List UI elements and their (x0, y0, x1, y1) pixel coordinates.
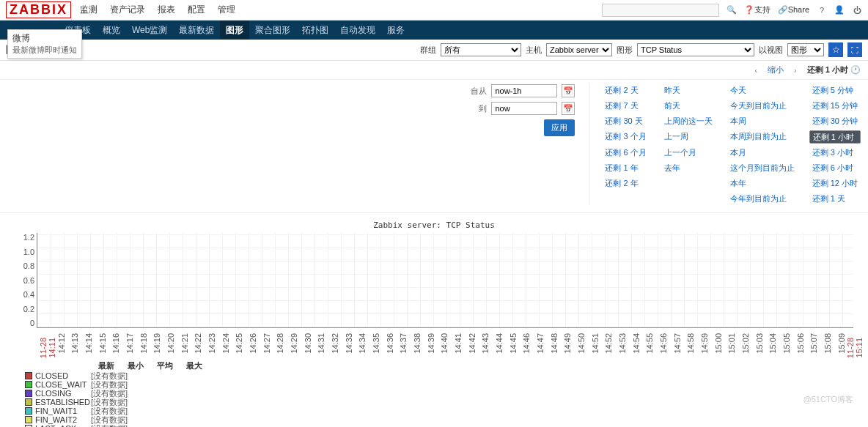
quick-range[interactable]: 上一个月 (661, 146, 716, 159)
fullscreen-button[interactable]: ⛶ (847, 42, 862, 57)
nav-config[interactable]: 配置 (188, 4, 205, 15)
subnav-discovery[interactable]: 自动发现 (334, 21, 381, 40)
watermark: @51CTO博客 (803, 394, 853, 405)
from-input[interactable] (491, 84, 557, 97)
time-nav-bar: ‹ 缩小 › 还剩 1 小时 🕐 (0, 61, 868, 80)
x-axis: 11-28 14:1114:1214:1314:1414:1514:1614:1… (37, 328, 853, 357)
view-select[interactable]: 图形 (787, 43, 824, 56)
quick-range[interactable]: 还剩 3 个月 (602, 130, 649, 144)
chart-area: Zabbix server: TCP Status 1.21.00.80.60.… (0, 213, 868, 427)
apply-button[interactable]: 应用 (544, 119, 575, 136)
quick-range[interactable]: 前天 (661, 100, 716, 112)
top-nav: 监测 资产记录 报表 配置 管理 (80, 4, 246, 16)
support-link[interactable]: ❓支持 (744, 4, 770, 15)
subnav-latest[interactable]: 最新数据 (173, 21, 220, 40)
quick-range[interactable]: 还剩 6 个月 (602, 146, 649, 159)
calendar-icon[interactable]: 📅 (562, 102, 575, 115)
quick-range[interactable]: 还剩 30 天 (602, 115, 649, 127)
quick-range[interactable]: 还剩 6 小时 (809, 162, 861, 174)
subnav-graphs[interactable]: 图形 (220, 21, 249, 40)
time-panel: 自从 📅 到 📅 应用 还剩 2 天昨天今天还剩 5 分钟还剩 7 天前天今天到… (0, 80, 868, 213)
quick-range[interactable]: 今年到目前为止 (727, 193, 798, 205)
chart-canvas: 1.21.00.80.60.40.20 (37, 233, 853, 328)
quick-range[interactable]: 本月 (727, 146, 798, 159)
quick-range[interactable]: 还剩 30 分钟 (809, 115, 861, 127)
quick-range[interactable]: 今天 (727, 84, 798, 97)
subnav-maps[interactable]: 拓扑图 (296, 21, 334, 40)
quick-range[interactable]: 本周 (727, 115, 798, 127)
quick-range[interactable]: 还剩 1 天 (809, 193, 861, 205)
graph-select[interactable]: TCP Status (637, 43, 754, 56)
top-bar: ZABBIX 监测 资产记录 报表 配置 管理 🔍 ❓支持 🔗Share ? 👤… (0, 0, 868, 21)
quick-range[interactable]: 还剩 3 小时 (809, 146, 861, 159)
help-icon[interactable]: ? (817, 5, 827, 15)
quick-range[interactable]: 上周的这一天 (661, 115, 716, 127)
quick-range[interactable]: 这个月到目前为止 (727, 162, 798, 174)
custom-range: 自从 📅 到 📅 应用 (471, 84, 590, 205)
quick-range[interactable]: 还剩 2 天 (602, 84, 649, 97)
quick-range[interactable]: 还剩 2 年 (602, 177, 649, 190)
quick-range[interactable]: 还剩 15 分钟 (809, 100, 861, 112)
subnav-overview[interactable]: 概览 (97, 21, 126, 40)
to-label: 到 (479, 103, 487, 114)
from-label: 自从 (471, 86, 487, 97)
subnav-web[interactable]: Web监测 (126, 21, 173, 40)
legend-item: CLOSED[没有数据] (25, 371, 861, 380)
sub-nav: 仪表板 概览 Web监测 最新数据 图形 聚合图形 拓扑图 自动发现 服务 (0, 21, 868, 40)
graph-label: 图形 (617, 45, 633, 56)
subnav-services[interactable]: 服务 (381, 21, 411, 40)
time-current[interactable]: 还剩 1 小时 🕐 (807, 64, 861, 75)
quick-range[interactable]: 还剩 1 年 (602, 162, 649, 174)
quick-range[interactable]: 还剩 5 分钟 (809, 84, 861, 97)
user-icon[interactable]: 👤 (834, 5, 845, 15)
filter-bar: 图形 群组 所有 主机 Zabbix server 图形 TCP Status … (0, 40, 868, 61)
nav-monitor[interactable]: 监测 (80, 4, 98, 15)
time-next[interactable]: › (790, 66, 801, 75)
legend-item: CLOSING[没有数据] (25, 389, 861, 398)
quick-range[interactable]: 还剩 1 小时 (809, 130, 861, 144)
power-icon[interactable]: ⏻ (852, 5, 862, 15)
quick-range[interactable]: 昨天 (661, 84, 716, 97)
legend-item: CLOSE_WAIT[没有数据] (25, 380, 861, 389)
to-input[interactable] (491, 102, 557, 115)
quick-range[interactable]: 去年 (661, 162, 716, 174)
quick-range[interactable]: 还剩 12 小时 (809, 177, 861, 190)
legend: 最新最小平均最大 CLOSED[没有数据]CLOSE_WAIT[没有数据]CLO… (25, 360, 861, 427)
subnav-screens[interactable]: 聚合图形 (249, 21, 296, 40)
legend-item: FIN_WAIT2[没有数据] (25, 415, 861, 424)
time-zoomout[interactable]: 缩小 (768, 64, 784, 75)
legend-item: FIN_WAIT1[没有数据] (25, 406, 861, 415)
y-axis: 1.21.00.80.60.40.20 (15, 233, 34, 327)
quick-range[interactable]: 今天到目前为止 (727, 100, 798, 112)
legend-header: 最新最小平均最大 (98, 360, 861, 371)
group-select[interactable]: 所有 (441, 43, 521, 56)
time-prev[interactable]: ‹ (750, 66, 762, 75)
top-right: 🔍 ❓支持 🔗Share ? 👤 ⏻ (602, 4, 862, 17)
chart-title: Zabbix server: TCP Status (7, 220, 861, 230)
quick-range[interactable]: 本周到目前为止 (727, 130, 798, 144)
quick-range[interactable]: 上一周 (661, 130, 716, 144)
quick-range[interactable]: 还剩 7 天 (602, 100, 649, 112)
share-link[interactable]: 🔗Share (778, 5, 809, 15)
legend-item: ESTABLISHED[没有数据] (25, 398, 861, 406)
nav-reports[interactable]: 报表 (158, 4, 175, 15)
host-label: 主机 (526, 45, 542, 56)
search-icon[interactable]: 🔍 (727, 5, 737, 15)
calendar-icon[interactable]: 📅 (562, 84, 575, 97)
logo: ZABBIX (6, 1, 71, 18)
quick-ranges: 还剩 2 天昨天今天还剩 5 分钟还剩 7 天前天今天到目前为止还剩 15 分钟… (590, 84, 861, 205)
nav-admin[interactable]: 管理 (218, 4, 235, 15)
group-label: 群组 (420, 45, 436, 56)
host-select[interactable]: Zabbix server (546, 43, 612, 56)
search-input[interactable] (602, 4, 719, 17)
weibo-tooltip: 微博 最新微博即时通知 (7, 29, 82, 59)
quick-range[interactable]: 本年 (727, 177, 798, 190)
nav-inventory[interactable]: 资产记录 (110, 4, 145, 15)
legend-item: LAST_ACK[没有数据] (25, 424, 861, 427)
favorite-button[interactable]: ☆ (828, 42, 843, 57)
view-label: 以视图 (759, 45, 783, 56)
